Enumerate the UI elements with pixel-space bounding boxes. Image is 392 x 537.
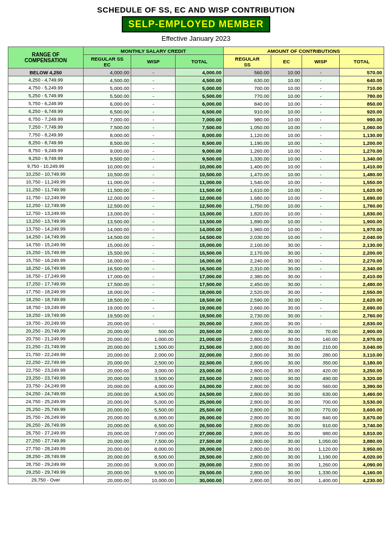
row-total_ac: 3,250.00 [339,367,384,374]
row-wisp: - [131,210,176,218]
row-total_ac: 2,130.00 [339,241,384,249]
row-reg_ss: 2,380.00 [223,272,271,280]
row-total_msc: 23,500.00 [176,374,224,382]
row-range: 14,750 - 15,249.99 [8,241,84,249]
row-wisp: - [131,225,176,233]
row-wisp2: 70.00 [302,327,340,335]
header-regular-ss-ec: REGULAR SSEC [83,55,131,68]
row-wisp: - [131,155,176,163]
row-reg_ss_ec: 13,000.00 [83,210,131,218]
row-total_ac: 1,130.00 [339,131,384,139]
row-wisp: - [131,186,176,194]
row-ec: 30.00 [271,351,302,359]
row-reg_ss: 2,800.00 [223,390,271,398]
row-reg_ss_ec: 6,500.00 [83,108,131,116]
row-total_msc: 14,000.00 [176,225,224,233]
row-reg_ss_ec: 10,000.00 [83,163,131,170]
row-ec: 10.00 [271,100,302,108]
row-reg_ss: 1,610.00 [223,186,271,194]
row-range: 14,250 - 14,749.99 [8,233,84,241]
row-total_ac: 1,550.00 [339,178,384,186]
row-reg_ss: 560.00 [223,68,271,76]
row-total_ac: 570.00 [339,68,384,76]
row-range: 26,250 - 26,749.99 [8,421,84,429]
row-total_ac: 2,760.00 [339,312,384,319]
row-wisp2: - [302,155,340,163]
row-total_msc: 21,500.00 [176,343,224,351]
row-total_msc: 29,500.00 [176,469,224,476]
row-range: 6,250 - 6,749.99 [8,108,84,116]
row-range: 22,750 - 23,249.99 [8,367,84,374]
row-ec: 30.00 [271,359,302,367]
row-total_msc: 20,000.00 [176,319,224,327]
row-range: 20,250 - 20,749.99 [8,327,84,335]
row-total_ac: 2,040.00 [339,233,384,241]
row-reg_ss_ec: 12,500.00 [83,202,131,210]
row-total_ac: 2,200.00 [339,249,384,257]
row-range: 17,750 - 18,249.99 [8,288,84,296]
row-reg_ss: 2,170.00 [223,249,271,257]
row-wisp: - [131,202,176,210]
row-total_msc: 6,000.00 [176,100,224,108]
row-total_ac: 2,970.00 [339,335,384,343]
row-wisp: - [131,319,176,327]
row-range: 21,750 - 22,249.99 [8,351,84,359]
row-total_ac: 4,230.00 [339,476,384,484]
row-range: 7,250 - 7,749.99 [8,123,84,131]
row-range: 4,750 - 5,249.99 [8,84,84,92]
row-total_ac: 3,950.00 [339,445,384,453]
row-wisp: - [131,233,176,241]
row-reg_ss: 1,750.00 [223,202,271,210]
row-reg_ss_ec: 17,500.00 [83,280,131,288]
row-wisp: - [131,280,176,288]
row-ec: 10.00 [271,116,302,123]
row-reg_ss_ec: 11,500.00 [83,186,131,194]
row-range: 25,250 - 25,749.99 [8,406,84,414]
row-ec: 10.00 [271,131,302,139]
row-total_msc: 9,000.00 [176,147,224,155]
row-wisp2: 770.00 [302,406,340,414]
row-ec: 30.00 [271,296,302,304]
row-range: 16,250 - 16,749.99 [8,265,84,272]
row-wisp: 500.00 [131,327,176,335]
row-range: 28,250 - 28,749.99 [8,453,84,461]
row-total_msc: 5,500.00 [176,92,224,100]
row-ec: 10.00 [271,202,302,210]
row-ec: 10.00 [271,233,302,241]
row-wisp: - [131,218,176,225]
row-total_msc: 22,500.00 [176,359,224,367]
row-total_msc: 17,500.00 [176,280,224,288]
row-total_ac: 3,180.00 [339,359,384,367]
row-total_msc: 24,500.00 [176,390,224,398]
row-ec: 30.00 [271,241,302,249]
row-reg_ss: 2,800.00 [223,359,271,367]
row-range: 24,250 - 24,749.99 [8,390,84,398]
row-total_ac: 1,060.00 [339,123,384,131]
row-wisp: - [131,139,176,147]
row-reg_ss: 2,800.00 [223,414,271,421]
row-wisp: - [131,131,176,139]
row-total_msc: 15,000.00 [176,241,224,249]
row-range: 23,250 - 23,749.99 [8,374,84,382]
row-range: 18,250 - 18,749.99 [8,296,84,304]
row-reg_ss_ec: 7,500.00 [83,123,131,131]
row-reg_ss: 2,660.00 [223,304,271,312]
row-reg_ss: 1,190.00 [223,139,271,147]
row-ec: 10.00 [271,218,302,225]
row-reg_ss_ec: 14,500.00 [83,233,131,241]
row-range: 9,750 - 10,249.99 [8,163,84,170]
row-wisp2: 840.00 [302,414,340,421]
row-wisp: 6,000.00 [131,414,176,421]
row-wisp2: 420.00 [302,367,340,374]
row-total_ac: 3,670.00 [339,414,384,421]
row-reg_ss_ec: 13,500.00 [83,218,131,225]
row-wisp2: - [302,319,340,327]
row-reg_ss_ec: 8,000.00 [83,131,131,139]
row-reg_ss: 2,800.00 [223,351,271,359]
row-wisp2: - [302,233,340,241]
row-reg_ss: 1,330.00 [223,155,271,163]
row-ec: 30.00 [271,453,302,461]
header-range: RANGE OFCOMPENSATION [8,47,84,68]
row-wisp2: - [302,202,340,210]
row-range: 12,750 - 13,249.99 [8,210,84,218]
